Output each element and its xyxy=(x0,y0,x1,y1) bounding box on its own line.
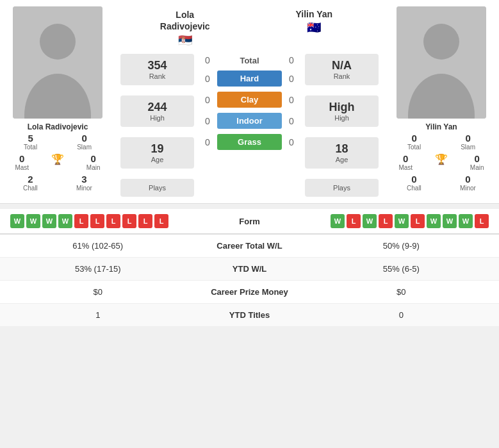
p1-clay-score: 0 xyxy=(198,95,217,105)
player1-flag: 🇷🇸 xyxy=(120,33,250,47)
p1-indoor-score: 0 xyxy=(198,116,217,126)
player2-age-box: 18 Age xyxy=(305,137,379,169)
player-names-row: Lola Radivojevic 🇷🇸 Yilin Yan 🇦🇺 xyxy=(115,6,384,47)
player1-avatar xyxy=(13,6,102,119)
p2-clay-score: 0 xyxy=(282,95,301,105)
player2-plays-label: Plays xyxy=(313,184,371,192)
surface-clay-row: 0 Clay 0 xyxy=(198,92,301,108)
player2-chall-label: Chall xyxy=(407,185,421,192)
player1-stats-chall-minor: 2 Chall 3 Minor xyxy=(0,172,115,193)
player1-stats-mast-main: 0 Mast 🏆 0 Main xyxy=(0,152,115,172)
player2-rank-box: N/A Rank xyxy=(305,54,379,85)
p1-career-total: 61% (102-65) xyxy=(10,241,186,251)
form-badge-p1: L xyxy=(122,214,136,228)
player2-mast-label: Mast xyxy=(398,164,413,171)
form-badge-p2: W xyxy=(395,214,409,228)
player2-slam-cell: 0 Slam xyxy=(461,133,475,151)
center-section: Lola Radivojevic 🇷🇸 Yilin Yan 🇦🇺 354 Ran… xyxy=(115,6,384,203)
player1-main-value: 0 xyxy=(91,153,96,164)
player1-mast-label: Mast xyxy=(15,164,29,171)
player2-main-value: 0 xyxy=(475,153,480,164)
player1-plays-label: Plays xyxy=(128,184,186,192)
form-badge-p1: L xyxy=(138,214,152,228)
player1-form-badges: WWWWLLLLLL xyxy=(10,214,211,228)
career-prize-label: Career Prize Money xyxy=(186,287,314,297)
player2-high-box: High High xyxy=(305,95,379,127)
hard-badge: Hard xyxy=(217,71,282,87)
p1-total-score: 0 xyxy=(198,55,217,65)
player2-high-label: High xyxy=(313,114,371,122)
form-badge-p2: W xyxy=(443,214,457,228)
form-badge-p1: W xyxy=(58,214,72,228)
indoor-badge: Indoor xyxy=(217,113,282,129)
form-badge-p2: L xyxy=(475,214,489,228)
player2-slam-value: 0 xyxy=(465,133,470,144)
player2-total-label: Total xyxy=(407,144,421,151)
player1-total-label: Total xyxy=(24,144,37,151)
player2-rank-value: N/A xyxy=(313,59,371,72)
player1-slam-label: Slam xyxy=(77,144,92,151)
form-badge-p2: L xyxy=(411,214,425,228)
player2-age-value: 18 xyxy=(313,142,371,156)
player1-mast-value: 0 xyxy=(19,153,24,164)
player1-minor-value: 3 xyxy=(81,174,86,185)
player1-rank-value: 354 xyxy=(128,59,186,72)
player2-flag: 🇦🇺 xyxy=(250,21,379,35)
player1-trophy: 🏆 xyxy=(51,153,64,171)
middle-area: 354 Rank 244 High 19 Age Plays xyxy=(115,47,384,203)
trophy-icon: 🏆 xyxy=(51,153,64,165)
player1-rank-label: Rank xyxy=(128,72,186,80)
p1-ytd-titles: 1 xyxy=(10,310,186,320)
top-section: Lola Radivojevic 5 Total 0 Slam 0 Mast 🏆… xyxy=(0,0,499,204)
form-badge-p2: W xyxy=(331,214,345,228)
form-badge-p1: L xyxy=(106,214,120,228)
player1-high-label: High xyxy=(128,114,186,122)
player2-stats-chall-minor: 0 Chall 0 Minor xyxy=(384,172,499,193)
player2-name: Yilin Yan xyxy=(425,122,457,131)
p1-ytd-wl: 53% (17-15) xyxy=(10,264,186,274)
player2-rank-label: Rank xyxy=(313,72,371,80)
player2-stats-total-slam: 0 Total 0 Slam xyxy=(384,131,499,152)
player2-plays-box: Plays xyxy=(305,179,379,197)
player1-age-box: 19 Age xyxy=(120,137,194,169)
p2-hard-score: 0 xyxy=(282,74,301,84)
player1-plays-box: Plays xyxy=(120,179,194,197)
player2-name-display: Yilin Yan xyxy=(250,9,379,19)
form-badge-p1: W xyxy=(10,214,24,228)
player1-minor-cell: 3 Minor xyxy=(76,174,92,192)
form-badge-p1: W xyxy=(42,214,56,228)
player2-chall-value: 0 xyxy=(411,174,416,185)
player1-chall-cell: 2 Chall xyxy=(23,174,38,192)
surface-table: 0 Total 0 0 Hard 0 0 Clay 0 0 xyxy=(198,50,301,155)
form-badge-p2: W xyxy=(427,214,441,228)
player2-total-cell: 0 Total xyxy=(407,133,421,151)
form-label: Form xyxy=(211,217,288,226)
form-badge-p2: L xyxy=(379,214,393,228)
player2-trophy: 🏆 xyxy=(435,153,448,171)
player1-slam-cell: 0 Slam xyxy=(77,133,92,151)
total-label: Total xyxy=(217,56,282,65)
player1-total-cell: 5 Total xyxy=(24,133,37,151)
svg-point-1 xyxy=(40,24,76,60)
form-badge-p1: W xyxy=(26,214,40,228)
surface-hard-row: 0 Hard 0 xyxy=(198,71,301,87)
player1-age-label: Age xyxy=(128,156,186,163)
trophy-icon-2: 🏆 xyxy=(435,153,448,165)
player1-rank-box: 354 Rank xyxy=(120,54,194,85)
form-section: WWWWLLLLLL Form WLWLWLWWWL xyxy=(0,209,499,234)
player2-stats-mast-main: 0 Mast 🏆 0 Main xyxy=(384,152,499,172)
player2-avatar xyxy=(397,6,486,119)
form-badge-p1: L xyxy=(74,214,88,228)
career-total-label: Career Total W/L xyxy=(186,241,314,251)
player2-name-center: Yilin Yan 🇦🇺 xyxy=(250,9,379,47)
player1-chall-value: 2 xyxy=(28,174,33,185)
player2-high-value: High xyxy=(313,101,371,114)
player1-name: Lola Radivojevic xyxy=(28,122,88,131)
ytd-titles-label: YTD Titles xyxy=(186,310,314,320)
player1-slam-value: 0 xyxy=(81,133,86,144)
player1-stats-total-slam: 5 Total 0 Slam xyxy=(0,131,115,152)
player2-form-badges: WLWLWLWWWL xyxy=(288,214,489,228)
player2-age-label: Age xyxy=(313,156,371,163)
form-badge-p2: L xyxy=(347,214,361,228)
surface-grass-row: 0 Grass 0 xyxy=(198,134,301,150)
